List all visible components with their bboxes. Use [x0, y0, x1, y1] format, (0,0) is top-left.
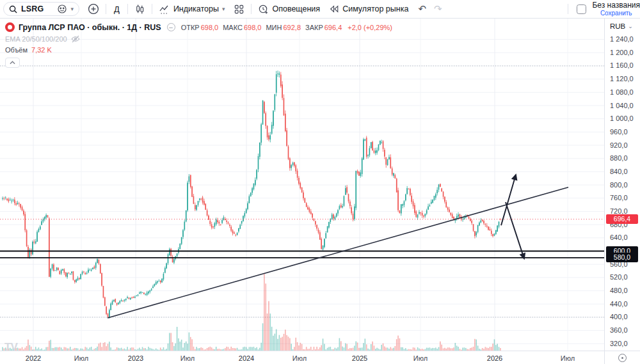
price-tick: 1 120,0	[610, 75, 634, 83]
eye-icon[interactable]	[57, 4, 67, 14]
open-value: 698,0	[201, 24, 219, 31]
toolbar-divider	[152, 4, 152, 14]
price-tick: 1 240,0	[610, 36, 634, 43]
price-tick: 880,0	[610, 155, 628, 162]
price-tick: 1 200,0	[610, 49, 634, 56]
symbol-search[interactable]: LSRG ▾	[3, 2, 79, 16]
price-tick: 1 040,0	[610, 102, 634, 109]
price-tick: 960,0	[610, 129, 628, 136]
volume-layer	[2, 274, 500, 351]
chevron-down-icon: ▾	[222, 6, 225, 12]
currency-selector[interactable]: RUB ⌄	[610, 22, 633, 30]
chevron-down-icon: ▾	[71, 6, 74, 12]
trendline[interactable]	[108, 187, 568, 318]
hide-series-icon[interactable]: –	[167, 23, 175, 31]
price-tick: 440,0	[610, 301, 628, 308]
time-tick: 2025	[352, 354, 367, 362]
chart-style-button[interactable]	[130, 1, 150, 17]
volume-value: 7,32 K	[31, 46, 52, 54]
high-value: 698,0	[244, 24, 262, 31]
price-tick: 760,0	[610, 194, 628, 202]
price-axis[interactable]: RUB ⌄ 1 240,01 200,01 160,01 120,01 080,…	[604, 19, 640, 351]
time-tick: Июл	[180, 354, 195, 362]
symbol-title[interactable]: Группа ЛСР ПАО · обыкн. · 1Д · RUS	[19, 23, 161, 32]
eye-crossed-icon[interactable]	[71, 35, 80, 43]
current-price-badge: 696,4	[606, 214, 638, 224]
scroll-to-realtime-icon[interactable]	[618, 354, 627, 362]
toolbar-divider	[251, 4, 252, 14]
price-tick: 320,0	[610, 340, 628, 347]
arrow-up[interactable]	[501, 175, 516, 225]
price-tick: 1 080,0	[610, 89, 634, 96]
add-symbol-button[interactable]	[83, 1, 104, 17]
trading-terminal: LSRG ▾ Д Индик	[0, 0, 640, 364]
time-tick: 2022	[26, 354, 41, 362]
symbol-legend: Группа ЛСР ПАО · обыкн. · 1Д · RUS – ОТК…	[5, 22, 392, 68]
search-icon	[9, 5, 17, 13]
layout-grid-button[interactable]	[229, 1, 249, 17]
time-tick: 2024	[239, 354, 254, 362]
redo-button[interactable]: ↷	[431, 1, 445, 17]
layout-save-checkbox[interactable]	[577, 4, 586, 14]
rewind-icon	[329, 4, 339, 13]
drawings-layer[interactable]	[0, 175, 604, 318]
tradingview-logo: TV	[4, 341, 17, 354]
close-value: 696,4	[324, 24, 342, 31]
price-tick: 840,0	[610, 168, 628, 175]
candles-icon	[134, 4, 145, 15]
undo-button[interactable]: ↶	[413, 1, 431, 17]
alert-clock-icon	[258, 4, 269, 15]
time-tick: Июл	[74, 354, 88, 362]
price-tick: 640,0	[610, 234, 628, 241]
time-tick: Июл	[561, 354, 575, 362]
market-simulator-button[interactable]: Симулятор рынка	[324, 1, 413, 17]
price-tick: 520,0	[610, 274, 628, 281]
lsr-logo	[5, 22, 15, 32]
top-toolbar: LSRG ▾ Д Индик	[0, 0, 640, 19]
low-value: 692,8	[283, 24, 301, 31]
symbol-ticker: LSRG	[21, 4, 44, 13]
volume-legend-label[interactable]: Объём	[5, 46, 28, 54]
candles-layer	[2, 70, 500, 318]
toolbar-divider	[106, 4, 106, 14]
axis-corner-separator	[604, 351, 605, 364]
ema-legend[interactable]: EMA 20/50/100/200	[5, 35, 67, 43]
time-tick: 2026	[487, 354, 502, 362]
time-tick: Июл	[292, 354, 307, 362]
ohlc-values: ОТКР698,0 МАКС698,0 МИН692,8 ЗАКР696,4 +…	[181, 24, 392, 31]
change-value: +2,0 (+0,29%)	[348, 24, 392, 31]
level-price-badge: 580,0	[606, 253, 638, 262]
arrow-down[interactable]	[506, 202, 524, 258]
price-tick: 1 000,0	[610, 115, 634, 122]
time-tick: 2023	[128, 354, 143, 362]
chart-canvas[interactable]	[0, 19, 604, 351]
layout-grid-icon	[234, 4, 244, 15]
price-tick: 920,0	[610, 142, 628, 149]
price-tick: 400,0	[610, 313, 628, 320]
legend-collapse-button[interactable]	[5, 58, 20, 68]
time-tick: Июл	[413, 354, 428, 362]
toolbar-right-group: Без названия Сохранить	[566, 0, 640, 19]
indicators-icon	[159, 3, 170, 15]
layout-name: Без названия	[592, 1, 640, 9]
chart-area: Группа ЛСР ПАО · обыкн. · 1Д · RUS – ОТК…	[0, 19, 640, 364]
price-tick: 360,0	[610, 327, 628, 334]
toolbar-divider	[127, 4, 128, 14]
save-layout-link[interactable]: Сохранить	[600, 10, 632, 17]
price-tick: 480,0	[610, 287, 628, 294]
toolbar-divider	[568, 4, 568, 14]
interval-button[interactable]: Д	[108, 1, 125, 17]
indicators-button[interactable]: Индикаторы ▾	[154, 1, 230, 17]
price-tick: 800,0	[610, 182, 628, 189]
chevron-down-icon: ⌄	[628, 23, 633, 29]
alerts-button[interactable]: Оповещения	[253, 1, 324, 17]
time-axis[interactable]: 2022Июл2023Июл2024Июл2025Июл2026Июл	[0, 351, 640, 364]
price-tick: 1 160,0	[610, 62, 634, 69]
